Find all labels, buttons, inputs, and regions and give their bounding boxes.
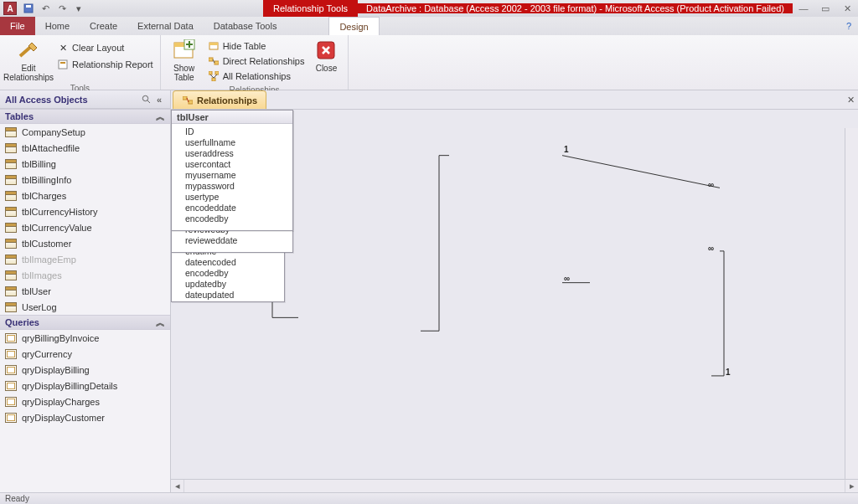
clear-layout-button[interactable]: ✕Clear Layout	[55, 40, 155, 55]
search-icon[interactable]	[140, 94, 152, 105]
nav-item-qrybillingbyinvoice[interactable]: qryBillingByInvoice	[0, 330, 170, 346]
field-revieweddate[interactable]: revieweddate	[172, 234, 292, 245]
nav-pane-header[interactable]: All Access Objects «	[0, 90, 170, 109]
shutter-collapse-icon[interactable]: «	[153, 94, 165, 105]
field-encodedby[interactable]: encodedby	[172, 213, 292, 224]
nav-item-tblimageemp[interactable]: tblImageEmp	[0, 251, 170, 267]
edit-relationships-button[interactable]: Edit Relationships	[5, 37, 52, 82]
svg-rect-13	[212, 78, 215, 81]
table-icon	[5, 127, 17, 137]
nav-item-label: tblImages	[22, 270, 62, 280]
direct-relationships-button[interactable]: Direct Relationships	[206, 54, 307, 69]
nav-item-label: tblCustomer	[22, 239, 71, 249]
horizontal-scrollbar[interactable]: ◂ ▸	[171, 479, 858, 492]
field-encodedby[interactable]: encodedby	[172, 267, 284, 278]
nav-group-queries-label: Queries	[5, 317, 39, 327]
all-relationships-button[interactable]: All Relationships	[206, 69, 307, 84]
nav-item-tblbilling[interactable]: tblBilling	[0, 156, 170, 172]
svg-rect-1	[26, 5, 31, 8]
nav-item-label: qryBillingByInvoice	[22, 333, 99, 343]
qat-undo-icon[interactable]: ↶	[39, 2, 52, 15]
field-usercontact[interactable]: usercontact	[172, 158, 292, 169]
nav-item-label: tblBillingInfo	[22, 175, 71, 185]
clear-layout-label: Clear Layout	[72, 43, 124, 53]
nav-item-qrydisplaycharges[interactable]: qryDisplayCharges	[0, 393, 170, 409]
tab-home[interactable]: Home	[35, 17, 80, 35]
vertical-scrollbar[interactable]	[845, 128, 858, 479]
scroll-left-icon[interactable]: ◂	[171, 480, 184, 492]
tab-file[interactable]: File	[0, 17, 35, 35]
document-tab-label: Relationships	[197, 95, 257, 105]
tab-create[interactable]: Create	[80, 17, 127, 35]
restore-button[interactable]: ▭	[814, 1, 836, 16]
nav-item-companysetup[interactable]: CompanySetup	[0, 124, 170, 140]
ribbon-tab-row: File Home Create External Data Database …	[0, 17, 858, 35]
tab-external-data[interactable]: External Data	[127, 17, 204, 35]
close-button[interactable]: Close	[309, 37, 343, 73]
document-area: Relationships ✕ tblBillingInfo IDinvoice…	[171, 90, 858, 492]
scroll-right-icon[interactable]: ▸	[845, 480, 858, 492]
nav-item-label: qryCurrency	[22, 349, 72, 359]
table-title[interactable]: tblUser	[172, 111, 292, 124]
close-window-button[interactable]: ✕	[836, 1, 858, 16]
ribbon-group-relationships: Show Table Hide Table Direct Relationshi…	[161, 35, 349, 90]
nav-pane-title: All Access Objects	[5, 95, 88, 105]
qat-redo-icon[interactable]: ↷	[55, 2, 69, 15]
tab-database-tools[interactable]: Database Tools	[204, 17, 287, 35]
document-tab-relationships[interactable]: Relationships	[173, 90, 266, 109]
nav-item-userlog[interactable]: UserLog	[0, 299, 170, 315]
nav-item-label: tblAttachedfile	[22, 143, 80, 153]
nav-item-label: qryDisplayBillingDetails	[22, 381, 117, 391]
nav-item-tblbillinginfo[interactable]: tblBillingInfo	[0, 172, 170, 188]
minimize-button[interactable]: ―	[793, 1, 814, 16]
nav-group-queries[interactable]: Queries︽	[0, 315, 170, 330]
help-icon[interactable]: ?	[840, 17, 858, 35]
field-id[interactable]: ID	[172, 126, 292, 136]
window-title: DataArchive : Database (Access 2002 - 20…	[358, 3, 793, 13]
document-close-button[interactable]: ✕	[843, 90, 858, 109]
hide-table-button[interactable]: Hide Table	[206, 39, 307, 54]
cardinality-label: ∞	[564, 274, 570, 283]
field-mypassword[interactable]: mypassword	[172, 180, 292, 191]
nav-item-tblcurrencyhistory[interactable]: tblCurrencyHistory	[0, 203, 170, 219]
nav-item-qrydisplaycustomer[interactable]: qryDisplayCustomer	[0, 409, 170, 425]
query-icon	[5, 365, 17, 375]
relationships-canvas[interactable]: tblBillingInfo IDinvoicenochargenamechar…	[171, 109, 858, 492]
table-icon	[5, 239, 17, 249]
nav-item-qrycurrency[interactable]: qryCurrency	[0, 346, 170, 362]
nav-item-qrydisplaybillingdetails[interactable]: qryDisplayBillingDetails	[0, 378, 170, 393]
nav-item-tbluser[interactable]: tblUser	[0, 283, 170, 299]
nav-item-tblattachedfile[interactable]: tblAttachedfile	[0, 140, 170, 156]
ribbon: Edit Relationships ✕Clear Layout Relatio…	[0, 35, 858, 90]
nav-item-label: tblCurrencyHistory	[22, 207, 97, 217]
nav-group-tables[interactable]: Tables︽	[0, 109, 170, 124]
field-usertype[interactable]: usertype	[172, 191, 292, 202]
table-icon	[5, 223, 17, 233]
svg-rect-9	[209, 58, 213, 61]
tab-design[interactable]: Design	[328, 17, 379, 35]
table-icon	[5, 270, 17, 280]
nav-item-tblcustomer[interactable]: tblCustomer	[0, 235, 170, 251]
field-encodeddate[interactable]: encodeddate	[172, 202, 292, 213]
nav-item-tblcharges[interactable]: tblCharges	[0, 188, 170, 203]
qat-save-icon[interactable]	[22, 2, 35, 15]
ribbon-group-tools: Edit Relationships ✕Clear Layout Relatio…	[0, 35, 161, 90]
field-useraddress[interactable]: useraddress	[172, 147, 292, 158]
svg-rect-10	[214, 61, 219, 64]
nav-item-tblcurrencyvalue[interactable]: tblCurrencyValue	[0, 219, 170, 235]
field-userfullname[interactable]: userfullname	[172, 136, 292, 147]
field-myusername[interactable]: myusername	[172, 169, 292, 180]
nav-item-label: qryDisplayBilling	[22, 365, 90, 375]
table-window-tbluser[interactable]: tblUser IDuserfullnameuseraddressusercon…	[171, 110, 293, 231]
svg-rect-8	[209, 43, 218, 45]
field-dateupdated[interactable]: dateupdated	[172, 289, 284, 300]
nav-item-label: qryDisplayCustomer	[22, 413, 105, 423]
qat-dropdown-icon[interactable]: ▾	[72, 2, 85, 15]
cardinality-label: 1	[726, 368, 731, 377]
show-table-button[interactable]: Show Table	[166, 37, 203, 82]
nav-item-tblimages[interactable]: tblImages	[0, 267, 170, 283]
nav-item-qrydisplaybilling[interactable]: qryDisplayBilling	[0, 362, 170, 378]
field-dateencoded[interactable]: dateencoded	[172, 256, 284, 267]
field-updatedby[interactable]: updatedby	[172, 278, 284, 289]
relationship-report-button[interactable]: Relationship Report	[55, 57, 155, 72]
